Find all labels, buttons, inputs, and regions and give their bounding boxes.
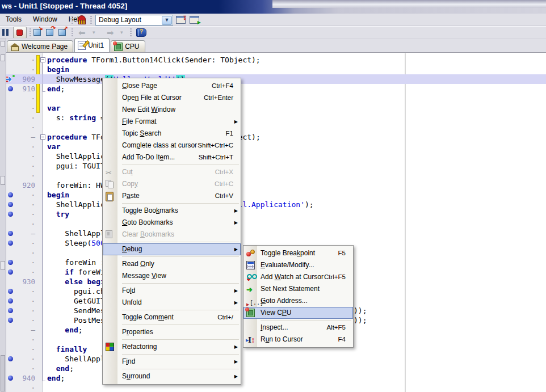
gutter-marker[interactable]: – bbox=[15, 229, 35, 238]
context-menu-item-toggle-bookmarks[interactable]: Toggle Bookmarks▶ bbox=[103, 205, 241, 217]
code-line[interactable]: ShellApplic bbox=[47, 151, 105, 161]
gutter-marker[interactable]: · bbox=[15, 200, 35, 209]
gutter-marker[interactable]: · bbox=[15, 190, 35, 200]
trace-into-button[interactable]: ↘ bbox=[33, 27, 41, 37]
code-line[interactable]: else begi bbox=[47, 277, 105, 286]
debug-submenu-item-goto-address[interactable]: Goto Address... bbox=[243, 295, 353, 307]
code-row[interactable]: · ShellAppl bbox=[0, 354, 546, 364]
context-menu-item-add-to-do-item[interactable]: Add To-Do Item...Shift+Ctrl+T bbox=[103, 151, 241, 163]
pause-button[interactable] bbox=[2, 27, 9, 37]
code-row[interactable]: · try bbox=[0, 209, 546, 219]
context-menu-item-topic-search[interactable]: Topic SearchF1 bbox=[103, 128, 241, 140]
executable-line-dot[interactable] bbox=[8, 86, 13, 91]
debug-submenu-item-toggle-breakpoint[interactable]: Toggle BreakpointF5 bbox=[243, 247, 353, 259]
context-menu-item-open-file-at-cursor[interactable]: Open File at CursorCtrl+Enter bbox=[103, 92, 241, 104]
context-menu-item-goto-bookmarks[interactable]: Goto Bookmarks▶ bbox=[103, 217, 241, 229]
executable-line-dot[interactable] bbox=[8, 376, 13, 381]
toolbar-grip[interactable] bbox=[72, 15, 73, 24]
back-button[interactable]: ⬅ bbox=[78, 27, 86, 37]
code-row[interactable]: –procedure TFo ect); bbox=[0, 132, 546, 142]
executable-line-dot[interactable] bbox=[8, 231, 13, 236]
code-line[interactable]: begin bbox=[47, 65, 69, 74]
code-row[interactable]: · bbox=[0, 94, 546, 103]
toolbar-grip[interactable] bbox=[90, 15, 92, 24]
debug-submenu-item-set-next-statement[interactable]: Set Next Statement bbox=[243, 283, 353, 295]
code-line[interactable]: ShellAppl bbox=[47, 229, 105, 238]
dock-widget[interactable] bbox=[1, 355, 5, 391]
executable-line-dot[interactable] bbox=[8, 298, 13, 304]
context-menu-item-file-format[interactable]: File Format▶ bbox=[103, 116, 241, 128]
forward-caret-button[interactable]: ▾ bbox=[120, 27, 123, 37]
set-debug-desktop-button[interactable] bbox=[190, 16, 199, 24]
code-line[interactable]: finally bbox=[47, 344, 87, 354]
code-line[interactable]: if foreWi bbox=[47, 267, 105, 277]
code-line[interactable]: var bbox=[47, 142, 60, 151]
context-menu-item-message-view[interactable]: Message View bbox=[103, 270, 241, 282]
help-button[interactable] bbox=[136, 27, 146, 37]
code-row[interactable]: · bbox=[0, 171, 546, 180]
gutter-marker[interactable]: · bbox=[15, 171, 35, 180]
gutter-marker[interactable]: · bbox=[15, 142, 35, 151]
context-menu-item-clear-bookmarks[interactable]: Clear Bookmarks bbox=[103, 229, 241, 241]
code-line[interactable]: foreWin : bbox=[47, 258, 105, 267]
desktop-layout-combo[interactable]: Debug Layout ▼ bbox=[95, 15, 173, 26]
code-row[interactable]: 910end; bbox=[0, 84, 546, 94]
context-menu-item-fold[interactable]: Fold▶ bbox=[103, 285, 241, 297]
gutter-marker[interactable]: · bbox=[15, 383, 35, 392]
code-row[interactable]: · ShellApplic ll.Application'); bbox=[0, 200, 546, 209]
gutter-marker[interactable]: · bbox=[15, 65, 35, 74]
gutter-marker[interactable]: · bbox=[15, 267, 35, 277]
gutter-marker[interactable]: · bbox=[15, 151, 35, 161]
gutter-marker[interactable]: · bbox=[15, 123, 35, 132]
code-line[interactable]: var bbox=[47, 103, 60, 113]
toolbar-grip[interactable] bbox=[130, 28, 132, 36]
code-row[interactable]: 940end; bbox=[0, 373, 546, 383]
fold-collapse-box[interactable] bbox=[40, 134, 45, 140]
tab-welcome-page[interactable]: Welcome Page bbox=[7, 40, 73, 52]
executable-line-dot[interactable] bbox=[8, 192, 13, 197]
stop-button[interactable] bbox=[13, 27, 27, 37]
trace-to-source-button[interactable]: ↗ bbox=[58, 27, 66, 37]
menubar-item-window[interactable]: Window bbox=[27, 14, 63, 26]
code-row[interactable]: ·begin bbox=[0, 190, 546, 200]
gutter-marker[interactable]: · bbox=[15, 94, 35, 103]
context-menu-item-unfold[interactable]: Unfold▶ bbox=[103, 297, 241, 309]
toolbar-grip[interactable] bbox=[72, 28, 73, 36]
context-menu-item-surround[interactable]: Surround▶ bbox=[103, 370, 241, 382]
code-line[interactable]: pgui: TGUIT bbox=[47, 161, 105, 171]
chevron-down-icon[interactable]: ▼ bbox=[162, 16, 172, 25]
code-row[interactable]: · bbox=[0, 123, 546, 132]
code-row[interactable]: · bbox=[0, 219, 546, 229]
gutter-marker[interactable]: · bbox=[15, 296, 35, 306]
gutter-marker[interactable]: · bbox=[15, 219, 35, 229]
debug-submenu-item-run-to-cursor[interactable]: ▶Run to CursorF4 bbox=[243, 334, 353, 345]
executable-line-dot[interactable] bbox=[8, 269, 13, 275]
code-line[interactable]: end; bbox=[47, 84, 65, 94]
gutter-marker[interactable]: · bbox=[15, 209, 35, 219]
forward-button[interactable]: ➡ bbox=[107, 27, 114, 37]
executable-line-dot[interactable] bbox=[8, 289, 13, 294]
tab-unit1[interactable]: Unit1 bbox=[74, 38, 110, 52]
executable-line-dot[interactable] bbox=[8, 308, 13, 313]
tab-cpu[interactable]: CPU bbox=[111, 40, 145, 52]
gutter-marker[interactable]: · bbox=[15, 286, 35, 296]
code-line[interactable]: ShellAppl bbox=[47, 354, 105, 364]
gutter-marker[interactable]: · bbox=[15, 113, 35, 123]
gutter-marker[interactable]: · bbox=[15, 306, 35, 315]
code-line[interactable]: foreWin: HW bbox=[47, 180, 105, 190]
code-line[interactable]: try bbox=[47, 209, 69, 219]
debug-submenu-item-evaluate-modify[interactable]: Evaluate/Modify... bbox=[243, 259, 353, 271]
context-menu-item-cut[interactable]: CutCtrl+X bbox=[103, 166, 241, 178]
code-row[interactable]: ·var bbox=[0, 142, 546, 151]
context-menu-item-copy[interactable]: CopyCtrl+C bbox=[103, 178, 241, 190]
context-menu-item-close-page[interactable]: Close PageCtrl+F4 bbox=[103, 80, 241, 92]
code-row[interactable]: 920 foreWin: HW bbox=[0, 180, 546, 190]
dock-widget[interactable] bbox=[1, 54, 5, 61]
dock-widget[interactable] bbox=[1, 261, 5, 270]
dock-widget[interactable] bbox=[1, 41, 5, 47]
context-menu-item-read-only[interactable]: Read Only bbox=[103, 258, 241, 270]
debug-submenu-item-inspect[interactable]: Inspect...Alt+F5 bbox=[243, 322, 353, 334]
code-row[interactable]: · end; bbox=[0, 364, 546, 373]
context-menu-item-properties[interactable]: Properties bbox=[103, 326, 241, 338]
code-row[interactable]: ·var bbox=[0, 103, 546, 113]
